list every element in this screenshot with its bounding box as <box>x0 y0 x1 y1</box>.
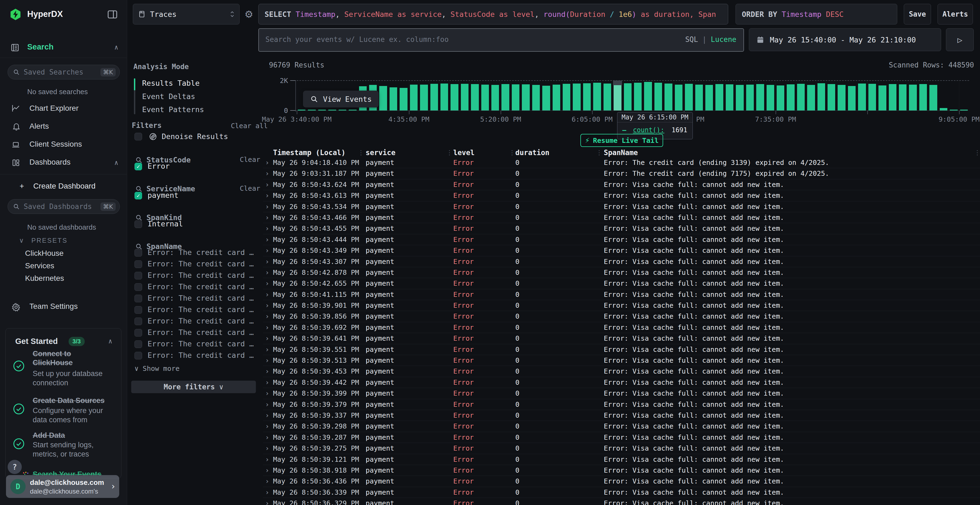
table-row[interactable]: ›May 26 8:50:39.287 PMpaymentError0Error… <box>263 432 980 443</box>
view-events-button[interactable]: View Events <box>303 91 379 108</box>
saved-dashboards-input[interactable]: Saved Dashboards ⌘K <box>8 199 120 214</box>
histogram-bar[interactable] <box>919 84 927 110</box>
histogram-bar[interactable] <box>492 85 499 110</box>
table-row[interactable]: ›May 26 8:50:43.466 PMpaymentError0Error… <box>263 212 980 223</box>
lang-lucene-toggle[interactable]: Lucene <box>711 35 737 43</box>
histogram-bar[interactable] <box>532 85 540 110</box>
filter-option-label[interactable]: Error: The credit card … <box>148 283 254 291</box>
histogram-bar[interactable] <box>390 87 397 110</box>
histogram-bar[interactable] <box>450 84 458 110</box>
table-row[interactable]: ›May 26 8:50:39.442 PMpaymentError0Error… <box>263 377 980 388</box>
histogram-bar[interactable] <box>960 110 968 110</box>
show-more-button[interactable]: ∨ Show more <box>134 365 180 373</box>
filter-checkbox[interactable] <box>134 272 142 279</box>
table-row[interactable]: ›May 26 8:50:39.641 PMpaymentError0Error… <box>263 333 980 344</box>
col-level[interactable]: level <box>453 148 474 157</box>
histogram-bar-hovered[interactable] <box>614 85 621 110</box>
filter-option-label[interactable]: Error: The credit card … <box>148 328 254 337</box>
table-row[interactable]: ›May 26 8:50:39.901 PMpaymentError0Error… <box>263 300 980 311</box>
histogram-bar[interactable] <box>950 110 958 110</box>
filter-checkbox[interactable] <box>134 306 142 314</box>
table-row[interactable]: ›May 26 8:50:36.436 PMpaymentError0Error… <box>263 476 980 487</box>
table-row[interactable]: ›May 26 8:50:43.349 PMpaymentError0Error… <box>263 245 980 256</box>
histogram-bar[interactable] <box>420 85 428 110</box>
create-dashboard-button[interactable]: + Create Dashboard <box>20 182 95 191</box>
histogram-bar[interactable] <box>410 85 418 110</box>
source-select[interactable]: Traces <box>133 4 240 24</box>
histogram-bar[interactable] <box>441 84 448 110</box>
histogram-bar[interactable] <box>940 108 947 110</box>
filter-option-label[interactable]: Error: The credit card … <box>148 317 254 325</box>
column-grip-icon[interactable]: ⋮ <box>358 149 364 157</box>
histogram-bar[interactable] <box>624 83 632 110</box>
table-row[interactable]: ›May 26 8:50:41.115 PMpaymentError0Error… <box>263 289 980 300</box>
histogram-bar[interactable] <box>767 85 774 110</box>
histogram-bar[interactable] <box>644 82 652 110</box>
clear-all-button[interactable]: Clear all <box>231 122 267 130</box>
histogram-bar[interactable] <box>298 110 305 110</box>
histogram-bar[interactable] <box>878 86 886 110</box>
presets-header[interactable]: ∨ PRESETS <box>19 237 67 245</box>
table-row[interactable]: ›May 26 8:50:43.444 PMpaymentError0Error… <box>263 234 980 245</box>
histogram-bar[interactable] <box>603 84 611 110</box>
filter-checkbox[interactable] <box>134 283 142 291</box>
histogram-bar[interactable] <box>654 83 662 110</box>
lang-sql-toggle[interactable]: SQL <box>685 35 698 43</box>
histogram-bar[interactable] <box>563 84 570 110</box>
filter-option-label[interactable]: Error <box>148 162 170 170</box>
histogram-bar[interactable] <box>889 84 896 110</box>
filter-option-label[interactable]: Error: The credit card … <box>148 260 254 268</box>
sidebar-item-client-sessions[interactable]: Client Sessions <box>29 140 82 149</box>
sidebar-preset-services[interactable]: Services <box>25 260 64 272</box>
user-profile-chip[interactable]: D dale@clickhouse.com dale@clickhouse.co… <box>6 475 119 498</box>
histogram-bar[interactable] <box>715 84 723 110</box>
filter-option-label[interactable]: Error: The credit card … <box>148 294 254 302</box>
histogram-bar[interactable] <box>399 88 407 110</box>
clear-filter-button[interactable]: Clear <box>240 156 260 164</box>
histogram-bar[interactable] <box>542 86 550 110</box>
filter-checkbox[interactable] <box>134 329 142 337</box>
run-query-play-button[interactable]: ▷ <box>946 28 974 51</box>
sidebar-preset-clickhouse[interactable]: ClickHouse <box>25 247 64 260</box>
histogram-bar[interactable] <box>797 84 805 110</box>
table-row[interactable]: ›May 26 8:50:39.399 PMpaymentError0Error… <box>263 388 980 399</box>
order-by-editor[interactable]: ORDER BY Timestamp DESC <box>735 4 897 24</box>
table-row[interactable]: ›May 26 8:50:39.453 PMpaymentError0Error… <box>263 366 980 377</box>
tab-event-patterns[interactable]: Event Patterns <box>142 105 204 114</box>
table-row[interactable]: ›May 26 8:50:38.918 PMpaymentError0Error… <box>263 465 980 476</box>
saved-searches-input[interactable]: Saved Searches ⌘K <box>8 65 120 79</box>
histogram-bar[interactable] <box>787 84 794 110</box>
dashboards-chevron-up-icon[interactable]: ∧ <box>115 159 118 167</box>
histogram-bar[interactable] <box>675 85 682 110</box>
histogram-bar[interactable] <box>818 83 825 110</box>
col-service[interactable]: service <box>366 148 396 157</box>
histogram-bar[interactable] <box>481 85 489 110</box>
histogram-bar[interactable] <box>848 86 856 110</box>
histogram-bar[interactable] <box>430 84 438 110</box>
filter-option-label[interactable]: Error: The credit card … <box>148 271 254 279</box>
histogram-bar[interactable] <box>869 84 876 110</box>
col-timestamp[interactable]: Timestamp (Local) <box>273 148 345 157</box>
clear-filter-button[interactable]: Clear <box>240 184 260 192</box>
histogram-bar[interactable] <box>807 85 815 110</box>
table-row[interactable]: ›May 26 8:50:39.513 PMpaymentError0Error… <box>263 355 980 366</box>
histogram-bar[interactable] <box>553 85 560 110</box>
table-menu-grip-icon[interactable]: ⋮ <box>974 149 980 157</box>
histogram-bar[interactable] <box>522 84 530 110</box>
table-row[interactable]: ›May 26 8:50:39.379 PMpaymentError0Error… <box>263 399 980 410</box>
histogram-bar[interactable] <box>929 85 937 110</box>
source-settings-gear-icon[interactable]: ⚙ <box>245 9 253 20</box>
table-row[interactable]: ›May 26 8:50:43.624 PMpaymentError0Error… <box>263 179 980 190</box>
histogram-bar[interactable] <box>705 85 713 110</box>
histogram-bar[interactable] <box>583 83 591 110</box>
histogram-bar[interactable] <box>665 84 672 110</box>
sidebar-item-search[interactable]: Search <box>27 43 54 51</box>
filter-checkbox[interactable] <box>134 352 142 359</box>
histogram-bar[interactable] <box>339 110 346 110</box>
sidebar-item-chart-explorer[interactable]: Chart Explorer <box>29 104 79 113</box>
col-spanname[interactable]: SpanName <box>604 148 638 157</box>
table-row[interactable]: ›May 26 8:50:43.613 PMpaymentError0Error… <box>263 190 980 201</box>
filter-option-label[interactable]: payment <box>148 191 178 199</box>
column-grip-icon[interactable]: ⋮ <box>446 149 453 157</box>
table-row[interactable]: ›May 26 8:50:36.339 PMpaymentError0Error… <box>263 487 980 498</box>
